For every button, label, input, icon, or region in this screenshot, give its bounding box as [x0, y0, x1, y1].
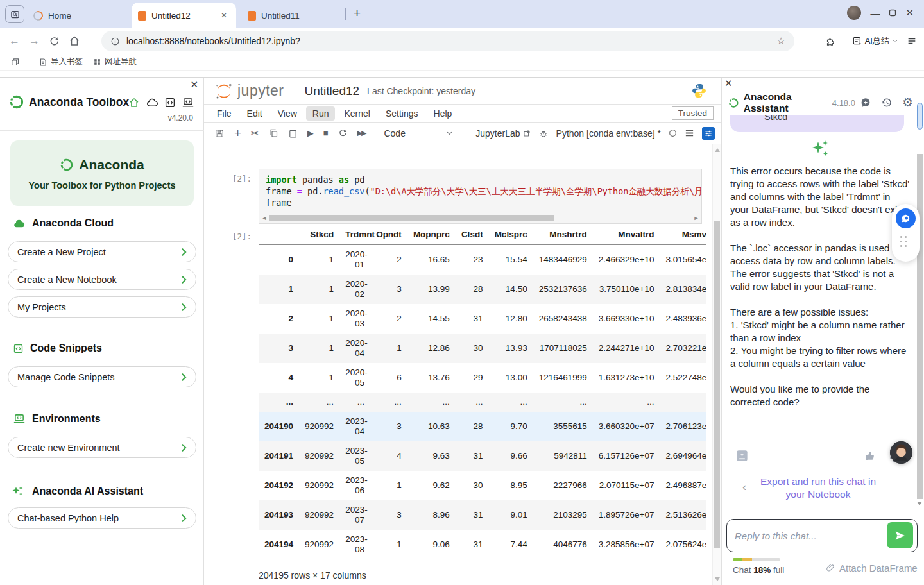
drag-handle-icon[interactable]: [900, 236, 907, 248]
table-cell: 2020-04: [339, 334, 370, 363]
code-cell[interactable]: import pandas as pdframe = pd.read_csv("…: [259, 169, 702, 224]
divider: [0, 130, 204, 131]
chat-python-help-button[interactable]: Chat-based Python Help: [8, 507, 196, 529]
code-horizontal-scrollbar[interactable]: ◄ ►: [260, 213, 701, 223]
my-projects-button[interactable]: My Projects: [8, 296, 196, 318]
scroll-left-icon[interactable]: ◄: [260, 215, 269, 221]
open-jupyterlab-link[interactable]: JupyterLab: [475, 128, 530, 139]
toolbox-close-icon[interactable]: ✕: [190, 80, 198, 89]
browser-profile-avatar[interactable]: [847, 6, 861, 20]
run-cell-icon[interactable]: ▶: [307, 128, 314, 138]
menu-item-settings[interactable]: Settings: [379, 106, 425, 121]
tab-search-icon: [10, 10, 20, 19]
jupyter-notebook-panel: jupyter Untitled12 Last Checkpoint: yest…: [204, 78, 721, 585]
cell-type-select[interactable]: Code: [384, 128, 453, 139]
code-editor[interactable]: import pandas as pdframe = pd.read_csv("…: [259, 169, 701, 209]
copy-cell-icon[interactable]: [269, 128, 278, 138]
menu-item-kernel[interactable]: Kernel: [338, 106, 376, 121]
window-maximize-button[interactable]: [889, 9, 896, 17]
page-scrollbar-thumb[interactable]: [917, 154, 923, 499]
menu-item-edit[interactable]: Edit: [241, 106, 269, 121]
manage-snippets-button[interactable]: Manage Code Snippets: [8, 366, 196, 387]
new-chat-icon[interactable]: [860, 97, 871, 108]
scroll-thumb[interactable]: [269, 215, 554, 221]
assistant-scrollbar-thumb[interactable]: [917, 103, 923, 130]
site-info-icon[interactable]: [110, 37, 120, 46]
kernel-name[interactable]: Python [conda env:base] *: [556, 128, 661, 139]
jupyter-menu-bar: FileEditViewRunKernelSettingsHelpTrusted: [204, 105, 721, 123]
trusted-button[interactable]: Trusted: [672, 106, 714, 120]
notebook-title[interactable]: Untitled12: [305, 84, 360, 98]
right-sidebar-toggle[interactable]: [702, 127, 715, 140]
chevron-right-icon: [181, 303, 187, 312]
scroll-right-icon[interactable]: ►: [692, 215, 701, 221]
scroll-down-icon[interactable]: [917, 502, 922, 505]
scroll-thumb[interactable]: [714, 221, 720, 548]
export-chat-link[interactable]: ‹ Export and run this chat in your Noteb…: [722, 475, 914, 501]
debugger-bug-icon[interactable]: [538, 128, 549, 139]
table-cell: 16.65: [407, 245, 456, 275]
tab-untitled12[interactable]: Untitled12 ✕: [132, 3, 236, 28]
tab-untitled11[interactable]: Untitled11: [241, 3, 338, 28]
window-close-button[interactable]: ✕: [905, 7, 914, 19]
usage-yellow-segment: [742, 558, 752, 561]
floating-avatar-widget[interactable]: [890, 441, 912, 464]
tab-close-icon[interactable]: ✕: [218, 10, 230, 21]
browser-menu-icon[interactable]: [906, 36, 918, 46]
extensions-icon[interactable]: [825, 36, 836, 47]
chat-history-icon[interactable]: [881, 97, 893, 108]
insert-into-notebook-icon[interactable]: [735, 448, 749, 463]
column-header: Clsdt: [456, 225, 489, 245]
toolbox-snippets-icon[interactable]: [164, 97, 176, 108]
new-tab-button[interactable]: +: [354, 6, 361, 21]
forward-button[interactable]: →: [29, 35, 40, 47]
window-copy-icon[interactable]: [10, 57, 20, 67]
window-minimize-button[interactable]: —: [870, 8, 880, 19]
save-icon[interactable]: [214, 128, 225, 139]
home-button[interactable]: [69, 35, 80, 47]
bookmark-star-icon[interactable]: ☆: [777, 35, 785, 47]
send-button[interactable]: [887, 522, 913, 548]
create-notebook-button[interactable]: Create a New Notebook: [8, 269, 196, 290]
paste-cell-icon[interactable]: [288, 128, 298, 139]
table-cell: 2: [370, 304, 407, 334]
bookmark-nav[interactable]: 网址导航: [93, 56, 137, 67]
url-bar[interactable]: localhost:8888/notebooks/Untitled12.ipyn…: [101, 31, 794, 51]
floating-chat-icon[interactable]: [896, 208, 916, 228]
back-button[interactable]: ←: [9, 35, 20, 47]
floating-extension-widget[interactable]: [892, 204, 920, 262]
cut-cell-icon[interactable]: ✂: [251, 128, 259, 139]
assistant-settings-icon[interactable]: ⚙: [902, 97, 913, 108]
toolbox-home-icon[interactable]: [128, 97, 140, 108]
menu-item-run[interactable]: Run: [306, 106, 336, 121]
table-cell: 1483446929: [533, 245, 593, 275]
create-environment-button[interactable]: Create new Environment: [8, 437, 196, 458]
tab-search-button[interactable]: [5, 5, 24, 23]
attach-dataframe-button[interactable]: Attach DataFrame: [826, 563, 918, 573]
tab-home[interactable]: Home: [27, 3, 123, 28]
collapse-chevron-icon[interactable]: ‹: [742, 480, 746, 493]
create-project-button[interactable]: Create a New Project: [8, 241, 196, 262]
run-all-icon[interactable]: ▶▶: [357, 129, 366, 137]
bookmark-import[interactable]: 导入书签: [38, 56, 83, 67]
menu-item-file[interactable]: File: [210, 106, 238, 121]
reply-input[interactable]: [735, 520, 882, 551]
scroll-down-icon[interactable]: [715, 577, 720, 581]
refresh-button[interactable]: [49, 36, 60, 47]
scroll-up-icon[interactable]: [715, 148, 720, 152]
thumbs-up-icon[interactable]: [864, 450, 877, 462]
table-cell: 2532137636: [533, 275, 593, 304]
reply-input-container: [726, 519, 918, 552]
menu-item-help[interactable]: Help: [427, 106, 459, 121]
toolbox-cloud-icon[interactable]: [146, 98, 158, 108]
stop-kernel-icon[interactable]: ■: [323, 128, 329, 138]
table-cell: 1: [370, 334, 407, 363]
add-cell-icon[interactable]: +: [234, 128, 241, 139]
assistant-close-icon[interactable]: ✕: [724, 79, 733, 88]
toolbox-environments-icon[interactable]: [182, 97, 194, 108]
notification-menu-icon[interactable]: [685, 129, 694, 137]
notebook-vertical-scrollbar[interactable]: [712, 144, 721, 585]
menu-item-view[interactable]: View: [271, 106, 304, 121]
ai-summary-button[interactable]: AI总结: [852, 35, 898, 47]
restart-kernel-icon[interactable]: [338, 128, 348, 138]
